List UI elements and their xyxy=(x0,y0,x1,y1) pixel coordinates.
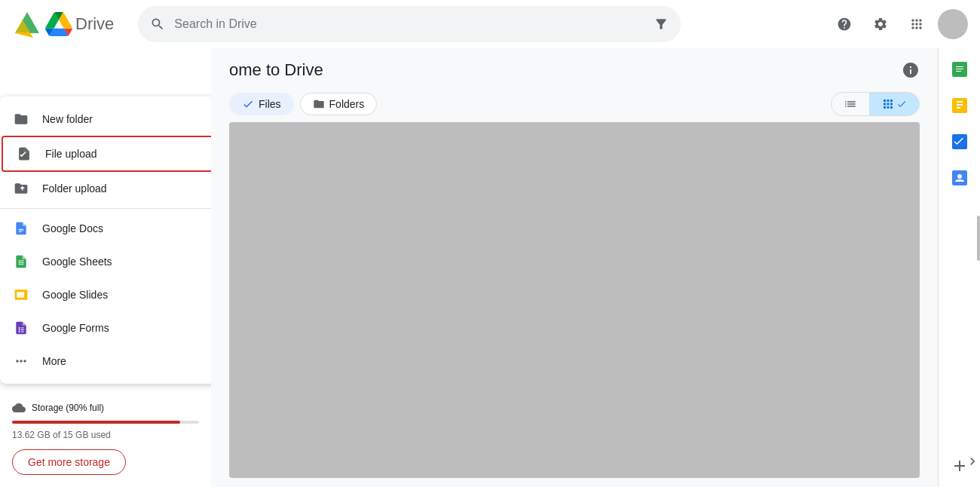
menu-item-google-slides[interactable]: Google Slides › xyxy=(0,278,211,311)
dropdown-menu: New folder File upload Folder xyxy=(0,96,211,384)
page-title: ome to Drive xyxy=(229,60,323,80)
menu-item-google-forms-left: Google Forms xyxy=(12,319,109,337)
filter-chip-files-label: Files xyxy=(259,98,281,110)
right-panel-keep-icon[interactable] xyxy=(945,90,975,121)
content-header: ome to Drive xyxy=(211,48,938,92)
view-toggle-area xyxy=(831,92,920,116)
menu-item-google-slides-label: Google Slides xyxy=(42,289,108,301)
menu-item-more[interactable]: More › xyxy=(0,345,211,378)
search-input[interactable] xyxy=(174,17,645,31)
page-title-text: ome to Drive xyxy=(229,60,323,79)
right-panel-contacts-icon[interactable] xyxy=(945,163,975,193)
filter-icon[interactable] xyxy=(654,17,669,32)
menu-item-google-sheets-left: Google Sheets xyxy=(12,253,112,271)
menu-item-folder-upload[interactable]: Folder upload xyxy=(0,172,211,205)
menu-item-google-forms-label: Google Forms xyxy=(42,322,109,334)
storage-used-text: 13.62 GB of 15 GB used xyxy=(12,430,199,440)
right-panel-sheets-icon[interactable] xyxy=(945,54,975,84)
menu-item-new-folder[interactable]: New folder xyxy=(0,103,211,136)
svg-point-9 xyxy=(19,331,20,332)
avatar[interactable] xyxy=(938,9,968,39)
info-icon[interactable] xyxy=(902,61,920,79)
storage-area: Storage (90% full) 13.62 GB of 15 GB use… xyxy=(0,389,211,481)
right-panel-tasks-icon[interactable] xyxy=(945,127,975,157)
storage-bar-fill xyxy=(12,421,180,424)
menu-item-google-docs[interactable]: Google Docs › xyxy=(0,212,211,245)
settings-button[interactable] xyxy=(865,9,896,39)
header: Drive xyxy=(0,0,980,48)
search-bar[interactable] xyxy=(138,6,681,42)
menu-item-more-left: More xyxy=(12,352,66,370)
filter-bar: Files Folders xyxy=(211,92,938,116)
google-drive-icon xyxy=(45,12,72,36)
list-icon xyxy=(844,97,857,111)
storage-bar-background xyxy=(12,421,199,424)
drive-logo-icon xyxy=(12,9,42,39)
logo-area[interactable]: Drive xyxy=(12,9,114,39)
main-content-area xyxy=(229,122,920,478)
menu-item-google-forms[interactable]: Google Forms › xyxy=(0,311,211,345)
grid-view-button[interactable] xyxy=(869,93,919,115)
menu-item-google-sheets[interactable]: Google Sheets › xyxy=(0,245,211,278)
view-buttons xyxy=(831,92,920,116)
scrollbar[interactable] xyxy=(977,216,980,261)
menu-item-google-docs-left: Google Docs xyxy=(12,219,103,237)
content-area: ome to Drive Files Folders xyxy=(211,48,938,487)
menu-item-google-slides-left: Google Slides xyxy=(12,286,108,304)
expand-icon[interactable] xyxy=(965,454,980,472)
folder-icon xyxy=(12,110,30,128)
folder-filter-icon xyxy=(313,98,325,110)
svg-point-8 xyxy=(19,329,20,331)
logo-text: Drive xyxy=(75,14,114,34)
filter-chip-folders-label: Folders xyxy=(329,98,365,110)
menu-item-new-folder-label: New folder xyxy=(42,113,93,125)
sidebar: New folder File upload Folder xyxy=(0,48,211,487)
list-view-button[interactable] xyxy=(831,93,869,115)
svg-rect-10 xyxy=(21,328,24,329)
search-icon xyxy=(150,17,165,32)
google-docs-icon xyxy=(12,219,30,237)
svg-point-7 xyxy=(19,327,20,329)
file-upload-icon xyxy=(15,145,33,163)
check-icon-grid xyxy=(896,99,907,109)
menu-item-file-upload-left: File upload xyxy=(15,145,97,163)
menu-item-folder-upload-label: Folder upload xyxy=(42,182,107,194)
new-button-area xyxy=(0,54,211,66)
menu-item-new-folder-left: New folder xyxy=(12,110,93,128)
header-right xyxy=(829,9,968,39)
apps-button[interactable] xyxy=(902,9,932,39)
right-panel xyxy=(938,48,980,487)
menu-item-google-docs-label: Google Docs xyxy=(42,222,103,234)
menu-item-google-sheets-label: Google Sheets xyxy=(42,256,112,268)
storage-label: Storage (90% full) xyxy=(12,401,199,415)
menu-divider-1 xyxy=(0,208,211,209)
get-storage-button[interactable]: Get more storage xyxy=(12,449,126,475)
svg-rect-11 xyxy=(21,329,24,330)
google-forms-icon xyxy=(12,319,30,337)
main-layout: New folder File upload Folder xyxy=(0,48,980,487)
svg-point-17 xyxy=(957,174,962,179)
menu-item-file-upload[interactable]: File upload xyxy=(2,136,211,172)
menu-item-file-upload-label: File upload xyxy=(45,148,97,160)
grid-icon xyxy=(881,97,895,111)
google-slides-icon xyxy=(12,286,30,304)
folder-upload-icon xyxy=(12,179,30,198)
menu-item-more-label: More xyxy=(42,355,66,367)
more-icon xyxy=(12,352,30,370)
filter-chip-files[interactable]: Files xyxy=(229,93,294,115)
svg-rect-12 xyxy=(21,332,24,332)
check-icon-files xyxy=(242,98,254,110)
cloud-icon xyxy=(12,401,26,415)
filter-chip-folders[interactable]: Folders xyxy=(300,93,378,115)
storage-label-text: Storage (90% full) xyxy=(32,403,104,413)
help-button[interactable] xyxy=(829,9,859,39)
menu-item-folder-upload-left: Folder upload xyxy=(12,179,107,198)
svg-rect-6 xyxy=(17,292,24,298)
google-sheets-icon xyxy=(12,253,30,271)
